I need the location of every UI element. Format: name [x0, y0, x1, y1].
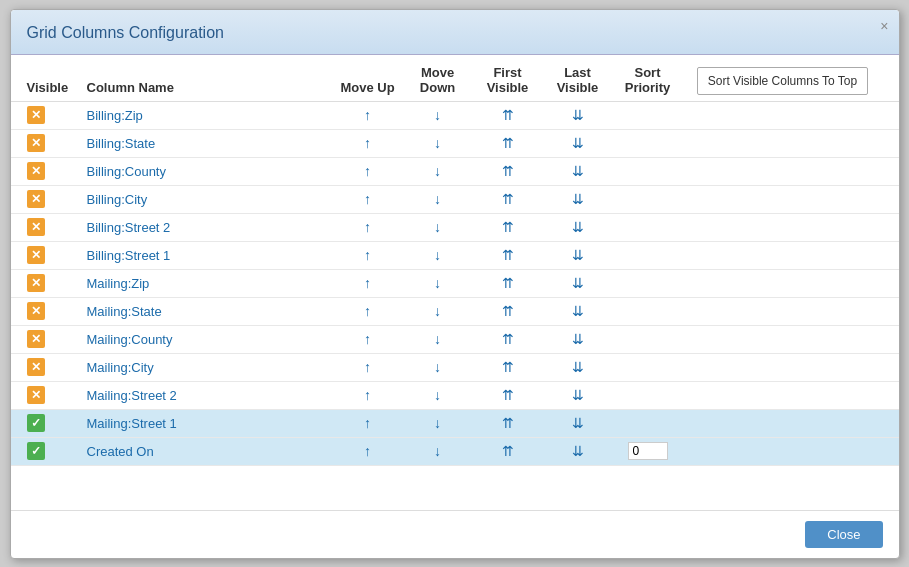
visible-checkbox[interactable]: ✕ [27, 190, 45, 208]
move-down-button[interactable]: ↓ [432, 303, 443, 319]
last-visible-button[interactable]: ⇊ [570, 135, 586, 151]
first-visible-cell: ⇈ [473, 303, 543, 319]
move-down-cell: ↓ [403, 443, 473, 459]
last-visible-button[interactable]: ⇊ [570, 303, 586, 319]
visible-checkbox[interactable]: ✕ [27, 358, 45, 376]
table-row: ✕ Billing:Street 1 ↑ ↓ ⇈ ⇊ [11, 242, 899, 270]
move-down-button[interactable]: ↓ [432, 219, 443, 235]
last-visible-button[interactable]: ⇊ [570, 443, 586, 459]
move-down-button[interactable]: ↓ [432, 163, 443, 179]
move-down-button[interactable]: ↓ [432, 107, 443, 123]
move-up-button[interactable]: ↑ [362, 191, 373, 207]
move-down-button[interactable]: ↓ [432, 415, 443, 431]
move-down-button[interactable]: ↓ [432, 387, 443, 403]
visible-checkbox[interactable]: ✕ [27, 246, 45, 264]
first-visible-cell: ⇈ [473, 387, 543, 403]
first-visible-button[interactable]: ⇈ [500, 219, 516, 235]
last-visible-cell: ⇊ [543, 415, 613, 431]
visible-checkbox[interactable]: ✕ [27, 386, 45, 404]
header-column-name: Column Name [87, 80, 333, 95]
column-name-cell: Billing:City [87, 192, 333, 207]
move-up-cell: ↑ [333, 443, 403, 459]
header-sort-btn-area: Sort Visible Columns To Top [683, 67, 883, 95]
grid-columns-config-modal: Grid Columns Configuration × Visible Col… [10, 9, 900, 559]
table-header: Visible Column Name Move Up Move Down Fi… [11, 65, 899, 102]
visible-checkbox[interactable]: ✕ [27, 330, 45, 348]
visible-checkbox[interactable]: ✕ [27, 162, 45, 180]
visible-cell: ✕ [27, 330, 87, 348]
table-row: ✕ Billing:State ↑ ↓ ⇈ ⇊ [11, 130, 899, 158]
move-down-button[interactable]: ↓ [432, 275, 443, 291]
move-down-button[interactable]: ↓ [432, 359, 443, 375]
move-up-button[interactable]: ↑ [362, 163, 373, 179]
move-up-button[interactable]: ↑ [362, 443, 373, 459]
move-up-button[interactable]: ↑ [362, 387, 373, 403]
move-up-button[interactable]: ↑ [362, 331, 373, 347]
visible-checkbox[interactable]: ✕ [27, 218, 45, 236]
table-row: ✕ Mailing:Street 2 ↑ ↓ ⇈ ⇊ [11, 382, 899, 410]
visible-checkbox[interactable]: ✕ [27, 106, 45, 124]
move-down-button[interactable]: ↓ [432, 191, 443, 207]
first-visible-cell: ⇈ [473, 275, 543, 291]
move-down-button[interactable]: ↓ [432, 135, 443, 151]
modal-header: Grid Columns Configuration × [11, 10, 899, 55]
table-scroll-area: ✕ Billing:Zip ↑ ↓ ⇈ ⇊ ✕ Billing:State ↑ … [11, 102, 899, 510]
last-visible-button[interactable]: ⇊ [570, 359, 586, 375]
first-visible-button[interactable]: ⇈ [500, 107, 516, 123]
last-visible-button[interactable]: ⇊ [570, 387, 586, 403]
last-visible-button[interactable]: ⇊ [570, 163, 586, 179]
visible-checkbox[interactable]: ✕ [27, 302, 45, 320]
move-up-button[interactable]: ↑ [362, 275, 373, 291]
move-up-button[interactable]: ↑ [362, 359, 373, 375]
first-visible-button[interactable]: ⇈ [500, 303, 516, 319]
sort-priority-input[interactable] [628, 442, 668, 460]
last-visible-button[interactable]: ⇊ [570, 219, 586, 235]
first-visible-cell: ⇈ [473, 247, 543, 263]
first-visible-button[interactable]: ⇈ [500, 247, 516, 263]
move-up-button[interactable]: ↑ [362, 415, 373, 431]
column-name-cell: Mailing:Street 1 [87, 416, 333, 431]
last-visible-cell: ⇊ [543, 387, 613, 403]
last-visible-button[interactable]: ⇊ [570, 415, 586, 431]
visible-checkbox[interactable]: ✓ [27, 442, 45, 460]
column-name-cell: Billing:Street 1 [87, 248, 333, 263]
move-down-button[interactable]: ↓ [432, 247, 443, 263]
visible-checkbox[interactable]: ✓ [27, 414, 45, 432]
close-x-button[interactable]: × [880, 18, 888, 34]
first-visible-button[interactable]: ⇈ [500, 359, 516, 375]
move-down-cell: ↓ [403, 191, 473, 207]
visible-checkbox[interactable]: ✕ [27, 134, 45, 152]
first-visible-button[interactable]: ⇈ [500, 275, 516, 291]
last-visible-button[interactable]: ⇊ [570, 331, 586, 347]
last-visible-cell: ⇊ [543, 247, 613, 263]
move-down-cell: ↓ [403, 275, 473, 291]
first-visible-button[interactable]: ⇈ [500, 135, 516, 151]
last-visible-button[interactable]: ⇊ [570, 107, 586, 123]
move-up-button[interactable]: ↑ [362, 247, 373, 263]
close-button[interactable]: Close [805, 521, 882, 548]
table-row: ✕ Mailing:County ↑ ↓ ⇈ ⇊ [11, 326, 899, 354]
first-visible-button[interactable]: ⇈ [500, 191, 516, 207]
visible-cell: ✓ [27, 414, 87, 432]
move-up-cell: ↑ [333, 275, 403, 291]
move-up-button[interactable]: ↑ [362, 219, 373, 235]
column-name-cell: Billing:Zip [87, 108, 333, 123]
visible-checkbox[interactable]: ✕ [27, 274, 45, 292]
move-down-button[interactable]: ↓ [432, 443, 443, 459]
move-up-button[interactable]: ↑ [362, 135, 373, 151]
first-visible-button[interactable]: ⇈ [500, 415, 516, 431]
move-up-button[interactable]: ↑ [362, 107, 373, 123]
first-visible-button[interactable]: ⇈ [500, 163, 516, 179]
table-row: ✕ Billing:County ↑ ↓ ⇈ ⇊ [11, 158, 899, 186]
move-down-button[interactable]: ↓ [432, 331, 443, 347]
last-visible-button[interactable]: ⇊ [570, 191, 586, 207]
first-visible-cell: ⇈ [473, 191, 543, 207]
last-visible-button[interactable]: ⇊ [570, 275, 586, 291]
move-up-button[interactable]: ↑ [362, 303, 373, 319]
first-visible-button[interactable]: ⇈ [500, 331, 516, 347]
first-visible-button[interactable]: ⇈ [500, 443, 516, 459]
first-visible-button[interactable]: ⇈ [500, 387, 516, 403]
sort-visible-columns-button[interactable]: Sort Visible Columns To Top [697, 67, 868, 95]
first-visible-cell: ⇈ [473, 163, 543, 179]
last-visible-button[interactable]: ⇊ [570, 247, 586, 263]
